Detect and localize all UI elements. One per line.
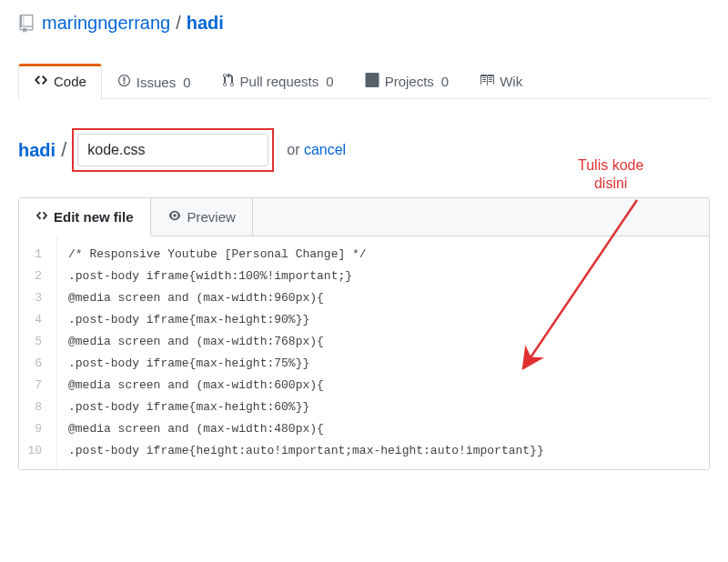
code-icon bbox=[34, 73, 48, 90]
code-line[interactable]: /* Responsive Youtube [Personal Change] … bbox=[68, 244, 544, 266]
editor-tab-edit-label: Edit new file bbox=[54, 209, 134, 225]
tab-projects-label: Projects bbox=[385, 74, 434, 89]
line-number: 10 bbox=[19, 440, 47, 462]
code-area[interactable]: 12345678910 /* Responsive Youtube [Perso… bbox=[19, 236, 709, 469]
code-line[interactable]: @media screen and (max-width:600px){ bbox=[68, 375, 544, 396]
line-number: 9 bbox=[19, 418, 47, 440]
repo-tabs: Code Issues 0 Pull requests 0 Projects 0… bbox=[18, 63, 710, 99]
editor-tab-preview-label: Preview bbox=[187, 209, 236, 225]
path-separator: / bbox=[61, 138, 66, 162]
filename-input[interactable] bbox=[77, 134, 268, 166]
code-line[interactable]: .post-body iframe{max-height:75%}} bbox=[68, 353, 544, 375]
code-line[interactable]: @media screen and (max-width:960px){ bbox=[68, 287, 544, 309]
line-number: 6 bbox=[19, 353, 47, 375]
line-number: 5 bbox=[19, 331, 47, 353]
line-number: 2 bbox=[19, 266, 47, 287]
repo-breadcrumb: maringngerrang / hadi bbox=[0, 0, 728, 37]
code-line[interactable]: @media screen and (max-width:480px){ bbox=[68, 418, 544, 440]
code-line[interactable]: @media screen and (max-width:768px){ bbox=[68, 331, 544, 353]
filename-row: hadi / or cancel bbox=[18, 128, 710, 172]
owner-link[interactable]: maringngerrang bbox=[42, 13, 170, 34]
tab-projects-count: 0 bbox=[441, 74, 449, 89]
tab-issues-count: 0 bbox=[183, 75, 190, 90]
filename-highlight-box bbox=[72, 128, 274, 172]
cancel-link[interactable]: cancel bbox=[304, 142, 346, 157]
code-lines[interactable]: /* Responsive Youtube [Personal Change] … bbox=[57, 236, 555, 469]
tab-wiki[interactable]: Wik bbox=[464, 63, 538, 99]
tab-issues[interactable]: Issues 0 bbox=[102, 64, 207, 99]
eye-icon bbox=[167, 209, 182, 225]
tab-pulls-label: Pull requests bbox=[240, 74, 319, 89]
line-number: 4 bbox=[19, 309, 47, 331]
tab-issues-label: Issues bbox=[136, 75, 176, 90]
breadcrumb-separator: / bbox=[176, 13, 181, 34]
code-line[interactable]: .post-body iframe{height:auto!important;… bbox=[68, 440, 544, 462]
editor-tab-edit[interactable]: Edit new file bbox=[19, 198, 151, 236]
repo-link[interactable]: hadi bbox=[187, 13, 224, 34]
editor-tab-preview[interactable]: Preview bbox=[151, 198, 253, 236]
tab-pull-requests[interactable]: Pull requests 0 bbox=[207, 63, 349, 99]
book-icon bbox=[480, 73, 494, 90]
or-cancel-text: or cancel bbox=[287, 142, 346, 158]
code-line[interactable]: .post-body iframe{width:100%!important;} bbox=[68, 266, 544, 287]
line-number: 3 bbox=[19, 287, 47, 309]
line-number: 1 bbox=[19, 244, 47, 266]
tab-code[interactable]: Code bbox=[18, 64, 102, 99]
line-gutter: 12345678910 bbox=[19, 236, 57, 469]
code-line[interactable]: .post-body iframe{max-height:90%}} bbox=[68, 309, 544, 331]
repo-icon bbox=[18, 15, 35, 33]
editor-tabs: Edit new file Preview bbox=[19, 198, 709, 236]
line-number: 7 bbox=[19, 375, 47, 396]
project-icon bbox=[365, 73, 379, 90]
pull-icon bbox=[222, 73, 235, 90]
line-number: 8 bbox=[19, 396, 47, 418]
tab-code-label: Code bbox=[54, 74, 86, 89]
tab-pulls-count: 0 bbox=[326, 74, 333, 89]
issue-icon bbox=[117, 74, 131, 90]
editor-box: Edit new file Preview 12345678910 /* Res… bbox=[18, 197, 710, 470]
code-icon bbox=[35, 209, 48, 225]
tab-wiki-label: Wik bbox=[500, 74, 522, 89]
file-root-link[interactable]: hadi bbox=[18, 140, 56, 161]
code-line[interactable]: .post-body iframe{max-height:60%}} bbox=[68, 396, 544, 418]
tab-projects[interactable]: Projects 0 bbox=[349, 63, 465, 99]
